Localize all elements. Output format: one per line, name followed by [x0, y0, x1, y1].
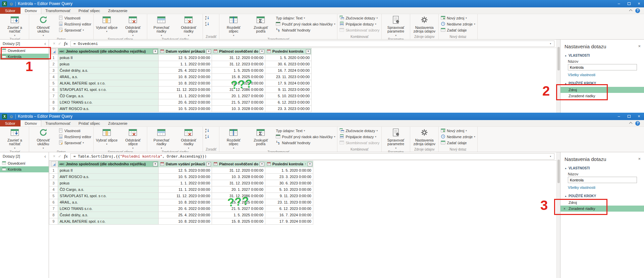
- table-corner-button[interactable]: [49, 161, 58, 167]
- close-button[interactable]: ×: [634, 0, 644, 7]
- cell[interactable]: 1. 5. 2025 0:00:00: [212, 212, 265, 218]
- ribbon-button-ned-vne-zdroje[interactable]: Nedávne zdroje▾: [439, 134, 477, 140]
- applied-steps-section[interactable]: ▲ POUŽITÉ KROKY: [560, 77, 644, 86]
- table-corner-button[interactable]: [49, 48, 58, 55]
- cell[interactable]: 11. 1. 2022 0:00:00: [159, 93, 212, 99]
- query-item-kontrola[interactable]: Kontrola: [0, 54, 49, 60]
- ribbon-button-vlastnosti[interactable]: Vlastnosti: [57, 128, 93, 133]
- cell[interactable]: 6. 12. 2023 0:00:00: [265, 99, 312, 106]
- cell[interactable]: 25. 4. 2022 0:00:00: [159, 212, 212, 218]
- ribbon-button-vybra-st-pce[interactable]: Vybrať stĺpce▾: [94, 127, 119, 150]
- ribbon-button-ned-vne-zdroje[interactable]: Nedávne zdroje▾: [439, 21, 477, 27]
- minimize-button[interactable]: –: [614, 0, 624, 7]
- commit-formula-icon[interactable]: ✓: [58, 154, 61, 159]
- minimize-button[interactable]: –: [614, 113, 624, 120]
- cell[interactable]: LOKO TRANS s.r.o.: [58, 99, 159, 106]
- menu-tab-domov[interactable]: Domov: [20, 7, 41, 14]
- ribbon-button-vlastnosti[interactable]: Vlastnosti: [57, 15, 93, 21]
- filter-dropdown-icon[interactable]: ▾: [260, 162, 264, 166]
- cell[interactable]: 11. 12. 2023 0:00:00: [159, 193, 212, 199]
- applied-step-zdroj[interactable]: Zdroj: [560, 87, 644, 93]
- ribbon-button-rozdeli-st-pec[interactable]: Rozdeliť stĺpec▾: [220, 14, 247, 38]
- menu-tab-prida-st-pec[interactable]: Pridať stĺpec: [74, 120, 104, 126]
- cell[interactable]: 20. 1. 2027 0:00:00: [212, 93, 265, 99]
- cell[interactable]: LOKO TRANS s.r.o.: [58, 206, 159, 212]
- commit-formula-icon[interactable]: ✓: [58, 41, 61, 46]
- cell[interactable]: 30. 6. 2023 0:00:00: [265, 180, 313, 186]
- cell[interactable]: 21. 5. 2027 0:00:00: [212, 206, 265, 212]
- ribbon-button-typ-dajov-text[interactable]: Typ údajov: Text▾: [274, 128, 336, 133]
- ribbon-button-typ-dajov-text[interactable]: Typ údajov: Text▾: [274, 15, 336, 21]
- ribbon-button-nov-zdroj[interactable]: Nový zdroj▾: [439, 128, 477, 133]
- feedback-smiley-icon[interactable]: ☺: [9, 114, 13, 119]
- ribbon-button-vybra-st-pce[interactable]: Vybrať stĺpce▾: [94, 14, 119, 38]
- ribbon-button-odstr-ni-riadky[interactable]: ×Odstrániť riadky▾: [175, 127, 202, 150]
- ribbon-button-zada-daje[interactable]: Zadať údaje: [439, 27, 477, 33]
- filter-dropdown-icon[interactable]: ▾: [306, 49, 311, 54]
- ribbon-button-nastavenia-zdroja-dajov[interactable]: Nastavenia zdroja údajov: [411, 127, 438, 148]
- menu-tab-transformova[interactable]: Transformovať: [41, 7, 74, 14]
- cell[interactable]: pokus II: [58, 167, 159, 174]
- collapse-ribbon-icon[interactable]: [630, 9, 632, 13]
- cell[interactable]: ALKAL BATERIE spol. s r.o.: [58, 218, 159, 225]
- filter-dropdown-icon[interactable]: ▾: [153, 162, 158, 166]
- cell[interactable]: 1. 1. 2022 0:00:00: [159, 180, 212, 186]
- cell[interactable]: 31. 12. 2086 0:00:00: [212, 193, 265, 199]
- cell[interactable]: 10. 3. 2028 0:00:00: [212, 174, 265, 180]
- ribbon-button-prip-jacie-dotazy[interactable]: Pripájacie dotazy▾: [338, 134, 381, 140]
- close-button[interactable]: ×: [634, 113, 644, 120]
- ribbon-button-roz-ren-editor[interactable]: </>Rozšírený editor: [57, 21, 93, 27]
- cancel-formula-icon[interactable]: ×: [53, 154, 55, 159]
- ribbon-button-sort-asc[interactable]: AZ: [204, 128, 211, 133]
- ribbon-button-spravova[interactable]: Spravovať▾: [57, 27, 93, 33]
- query-name-input[interactable]: [568, 64, 637, 70]
- cell[interactable]: 10. 5. 2023 0:00:00: [159, 106, 212, 112]
- cell[interactable]: 16. 7. 2024 0:00:00: [265, 212, 313, 218]
- collapse-queries-icon[interactable]: ‹: [44, 154, 46, 159]
- column-header-datum-vyd-n-pr-kaz[interactable]: Datum vydání průkazů▾: [159, 161, 212, 167]
- formula-input[interactable]: = Osvedceni ▾: [70, 41, 554, 47]
- cell[interactable]: 9. 11. 2023 0:00:00: [265, 87, 312, 93]
- properties-section[interactable]: ▲ VLASTNOSTI: [560, 164, 644, 171]
- collapse-ribbon-icon[interactable]: [630, 121, 632, 125]
- cell[interactable]: 20. 6. 2022 0:00:00: [159, 206, 212, 212]
- cell[interactable]: STAVOPLAST KL spol. s r.o.: [58, 193, 159, 199]
- ribbon-button-nastavenia-zdroja-dajov[interactable]: Nastavenia zdroja údajov: [411, 14, 438, 35]
- ribbon-button-prip-jacie-dotazy[interactable]: Pripájacie dotazy▾: [338, 21, 381, 27]
- ribbon-button-rozdeli-st-pec[interactable]: Rozdeliť stĺpec▾: [220, 127, 247, 150]
- ribbon-button-spravova-parametre[interactable]: Spravovať parametre▾: [382, 14, 409, 38]
- all-properties-link[interactable]: Všetky vlastnosti: [560, 184, 644, 190]
- cell[interactable]: pokus II: [58, 55, 159, 61]
- cell[interactable]: 1. 5. 2020 0:00:00: [265, 55, 312, 61]
- cell[interactable]: 23. 3. 2023 0:00:00: [265, 106, 312, 112]
- cell[interactable]: STAVOPLAST KL spol. s r.o.: [58, 87, 159, 93]
- maximize-button[interactable]: [624, 0, 634, 7]
- ribbon-button-pou-i-prv-riadok-ako-hlavi-ky[interactable]: Použiť prvý riadok ako hlavičky▾: [274, 21, 336, 27]
- ribbon-button-sort-asc[interactable]: AZ: [204, 15, 211, 21]
- cell[interactable]: 1. 1. 2022 0:00:00: [159, 61, 212, 67]
- ribbon-button-zada-daje[interactable]: Zadať údaje: [439, 140, 477, 146]
- menu-tab-s-bor[interactable]: Súbor: [0, 7, 20, 14]
- column-header-platnost-osv-d-en-do[interactable]: Platnost osvědčení do▾: [212, 48, 265, 55]
- filter-dropdown-icon[interactable]: ▾: [153, 49, 158, 54]
- cell[interactable]: 15. 8. 2025 0:00:00: [212, 80, 265, 87]
- cell[interactable]: 11. 12. 2023 0:00:00: [159, 87, 212, 93]
- filter-dropdown-icon[interactable]: ▾: [260, 49, 264, 54]
- properties-section[interactable]: ▲ VLASTNOSTI: [560, 52, 644, 58]
- maximize-button[interactable]: [624, 113, 634, 120]
- cell[interactable]: 31. 12. 2020 0:00:00: [212, 55, 265, 61]
- column-header-platnost-osv-d-en-do[interactable]: Platnost osvědčení do▾: [212, 161, 265, 167]
- cell[interactable]: 31. 12. 2086 0:00:00: [212, 87, 265, 93]
- scrollbar-thumb[interactable]: [557, 47, 560, 70]
- cell[interactable]: 1. 5. 2025 0:00:00: [212, 67, 265, 74]
- formula-expand-icon[interactable]: ▾: [550, 42, 551, 45]
- help-icon[interactable]: ?: [635, 8, 640, 13]
- column-header-jm-no-spole-nosti-dle-obchodn-ho-rejst-ku[interactable]: ABCJméno společnosti (dle obchodního rej…: [58, 48, 159, 55]
- cell[interactable]: ALKAL BATERIE spol. s r.o.: [58, 80, 159, 87]
- delete-step-icon[interactable]: ×: [564, 207, 566, 211]
- all-properties-link[interactable]: Všetky vlastnosti: [560, 71, 644, 77]
- ribbon-button-sort-desc[interactable]: ZA: [204, 21, 211, 27]
- vertical-scrollbar[interactable]: [556, 152, 560, 278]
- ribbon-button-obnovi-uk-ku[interactable]: Obnoviť ukážku▾: [30, 14, 57, 38]
- menu-tab-s-bor[interactable]: Súbor: [0, 120, 20, 126]
